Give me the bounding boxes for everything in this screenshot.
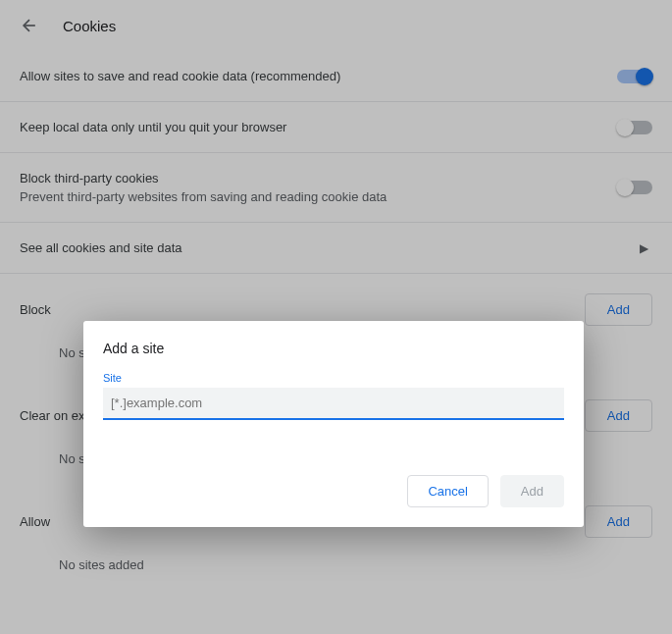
modal-overlay[interactable] xyxy=(0,0,672,634)
dialog-actions: Cancel Add xyxy=(103,475,564,507)
add-site-dialog: Add a site Site Cancel Add xyxy=(83,321,584,527)
cancel-button[interactable]: Cancel xyxy=(407,475,488,507)
site-field-label: Site xyxy=(103,372,564,384)
site-input[interactable] xyxy=(103,388,564,420)
add-button[interactable]: Add xyxy=(500,475,564,507)
dialog-title: Add a site xyxy=(103,341,564,356)
